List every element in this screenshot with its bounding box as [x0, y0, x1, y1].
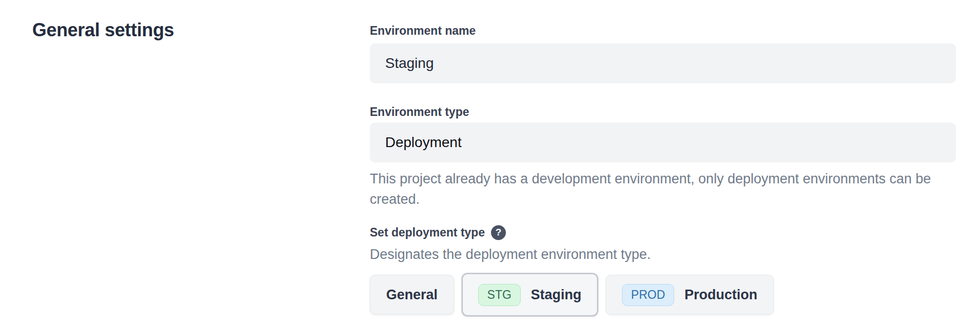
- general-settings-page: General settings Environment name Enviro…: [0, 0, 980, 333]
- option-staging-label: Staging: [531, 287, 582, 303]
- environment-name-label: Environment name: [370, 23, 956, 38]
- set-deployment-type-label: Set deployment type: [370, 225, 485, 240]
- production-badge: PROD: [622, 284, 674, 306]
- option-general-button[interactable]: General: [370, 275, 454, 315]
- option-production-button[interactable]: PROD Production: [606, 275, 774, 315]
- deployment-type-description: Designates the deployment environment ty…: [370, 244, 956, 265]
- environment-type-label: Environment type: [370, 105, 956, 119]
- option-production-label: Production: [684, 287, 758, 303]
- set-deployment-type-row: Set deployment type ?: [370, 225, 956, 240]
- staging-badge: STG: [478, 284, 521, 306]
- deployment-type-options: General STG Staging PROD Production: [370, 273, 956, 317]
- page-title: General settings: [32, 19, 174, 41]
- option-general-label: General: [386, 287, 438, 303]
- question-mark-icon[interactable]: ?: [491, 225, 506, 240]
- settings-form: Environment name Environment type This p…: [370, 20, 956, 317]
- environment-type-help-text: This project already has a development e…: [370, 169, 956, 209]
- option-staging-button[interactable]: STG Staging: [461, 273, 598, 317]
- environment-name-input[interactable]: [370, 43, 956, 83]
- environment-type-input[interactable]: [370, 123, 956, 162]
